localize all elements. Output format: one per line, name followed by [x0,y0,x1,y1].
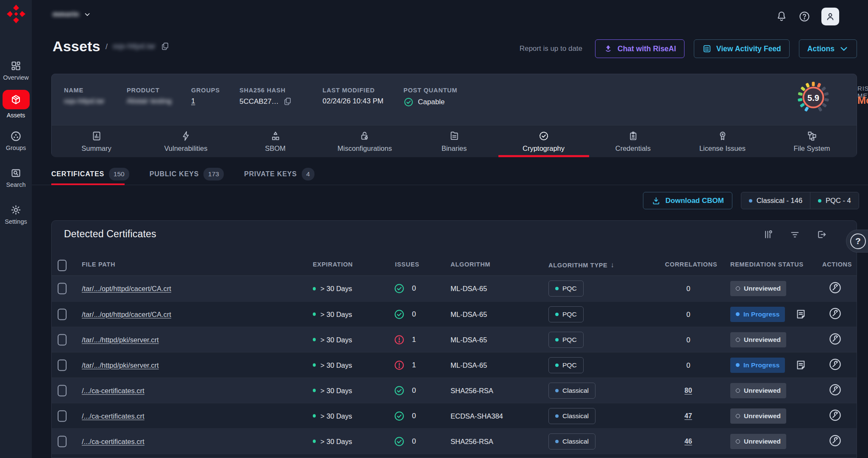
row-checkbox[interactable] [58,410,67,422]
subtab-certificates[interactable]: CERTIFICATES150 [51,168,129,180]
chat-with-riseai-button[interactable]: Chat with RiseAI [595,39,684,58]
user-avatar-button[interactable] [821,8,839,25]
remediate-wrench-icon[interactable] [829,434,842,447]
note-icon[interactable] [795,308,807,320]
table-row: /tar/.../httpd/pki/server.crt > 30 Days … [52,352,857,378]
remediation-status-pill[interactable]: In Progress [730,358,785,373]
file-path-link[interactable]: /tar/.../opt/httpd/cacert/CA.crt [82,310,171,318]
sidebar-item-assets[interactable]: Assets [0,90,32,119]
remediation-status-pill[interactable]: Unreviewed [730,408,786,424]
copy-icon[interactable] [161,42,170,51]
algorithm-type-pill: Classical [548,383,595,399]
unreviewed-ring-icon [736,439,740,444]
file-path-link[interactable]: /tar/.../httpd/pki/server.crt [82,336,159,343]
view-activity-feed-button[interactable]: View Activity Feed [694,39,790,58]
file-path-link[interactable]: /.../ca-certificates.crt [82,437,145,445]
col-issues[interactable]: ISSUES [395,261,419,268]
remediation-status-pill[interactable]: In Progress [730,307,785,322]
tab-cryptography[interactable]: Cryptography [499,125,588,157]
remediation-status-pill[interactable]: Unreviewed [730,332,786,347]
active-subtab-underline [51,183,125,185]
col-algorithm[interactable]: ALGORITHM [451,261,490,268]
crypto-subtabs: CERTIFICATES150PUBLIC KEYS173PRIVATE KEY… [51,168,314,180]
note-icon[interactable] [795,359,807,371]
tab-misconfigurations[interactable]: Misconfigurations [320,125,409,157]
user-icon [825,11,835,22]
row-checkbox[interactable] [58,359,67,371]
remediate-wrench-icon[interactable] [829,281,842,294]
tab-vulnerabilities[interactable]: Vulnerabilities [141,125,231,157]
download-cbom-button[interactable]: Download CBOM [643,192,732,209]
subtab-public-keys[interactable]: PUBLIC KEYS173 [150,168,224,180]
select-all-checkbox[interactable] [58,260,67,271]
tab-file-system[interactable]: File System [767,125,857,157]
export-icon[interactable] [816,229,827,240]
issues-count: 0 [412,310,416,319]
algorithm-type-dot-icon [555,389,559,392]
file-path-link[interactable]: /tar/.../httpd/pki/server.crt [82,361,159,369]
tab-binaries[interactable]: Binaries [409,125,499,157]
assets-cube-icon [10,94,22,105]
remediation-status-pill[interactable]: Unreviewed [730,281,786,296]
correlations-value[interactable]: 46 [684,438,692,445]
correlations-value[interactable]: 80 [684,387,692,394]
asset-info-card: NAMEoqs-httpd.tarPRODUCTAlistair testing… [51,74,857,157]
field-value[interactable]: 1 [191,97,195,105]
row-checkbox[interactable] [58,308,67,320]
remediation-status-pill[interactable]: Unreviewed [730,434,786,449]
remediate-wrench-icon[interactable] [829,408,842,422]
overview-grid-icon [10,60,22,72]
field-value-text: oqs-httpd.tar [64,97,104,105]
topbar-icons [776,8,839,25]
file-path-link[interactable]: /tar/.../opt/httpd/cacert/CA.crt [82,285,171,292]
col-correlations[interactable]: CORRELATIONS [665,261,717,268]
row-checkbox[interactable] [58,283,67,294]
risk-score: 5.9 [807,93,819,103]
unreviewed-ring-icon [736,389,740,393]
file-path-link[interactable]: /.../ca-certificates.crt [82,412,145,419]
summary-chart-icon [91,130,102,142]
tab-credentials[interactable]: Credentials [588,125,678,157]
legend-pqc[interactable]: PQC - 4 [810,192,859,209]
file-path-link[interactable]: /.../ca-certificates.crt [82,386,145,394]
sidebar-item-search[interactable]: Search [0,167,32,188]
algorithm-type-dot-icon [555,364,559,367]
col-file-path[interactable]: FILE PATH [82,261,115,268]
copy-icon[interactable] [283,97,292,106]
remediate-wrench-icon[interactable] [829,307,842,320]
remediate-wrench-icon[interactable] [829,383,842,396]
tab-label: Misconfigurations [337,144,392,153]
notifications-bell-icon[interactable] [776,11,787,22]
sidebar-item-overview[interactable]: Overview [0,60,32,81]
column-settings-icon[interactable] [763,229,773,240]
filter-icon[interactable] [790,229,800,240]
org-switcher[interactable]: mmorin [53,10,91,19]
sidebar-item-settings[interactable]: Settings [0,204,32,225]
help-fab[interactable]: ? [846,230,868,253]
row-checkbox[interactable] [58,385,67,396]
correlations-value: 0 [686,361,690,369]
col-expiration[interactable]: EXPIRATION [313,261,353,268]
tab-license-issues[interactable]: License Issues [678,125,767,157]
groups-link[interactable]: 1 [191,97,195,105]
tab-label: SBOM [265,144,286,153]
remediation-status-pill[interactable]: Unreviewed [730,383,786,398]
algorithm-value: ML-DSA-65 [451,336,487,343]
sidebar-item-groups[interactable]: Groups [0,130,32,151]
col-remediation-status[interactable]: REMEDIATION STATUS [730,261,804,268]
legend-dot-icon [749,199,752,203]
issues-alert-circle-icon [394,334,405,345]
remediate-wrench-icon[interactable] [829,332,842,345]
remediate-wrench-icon[interactable] [829,358,842,371]
row-checkbox[interactable] [58,436,67,447]
correlations-value[interactable]: 47 [684,412,692,419]
tab-sbom[interactable]: SBOM [231,125,320,157]
tab-summary[interactable]: Summary [52,125,141,157]
legend-classical[interactable]: Classical - 146 [741,192,810,209]
breadcrumb-asset-name: oqs-httpd.tar [113,42,156,51]
subtab-private-keys[interactable]: PRIVATE KEYS4 [244,168,314,180]
help-circle-icon[interactable] [798,11,810,22]
row-checkbox[interactable] [58,334,67,345]
col-algorithm-type[interactable]: ALGORITHM TYPE↓ [548,261,615,269]
actions-button[interactable]: Actions [799,39,857,58]
